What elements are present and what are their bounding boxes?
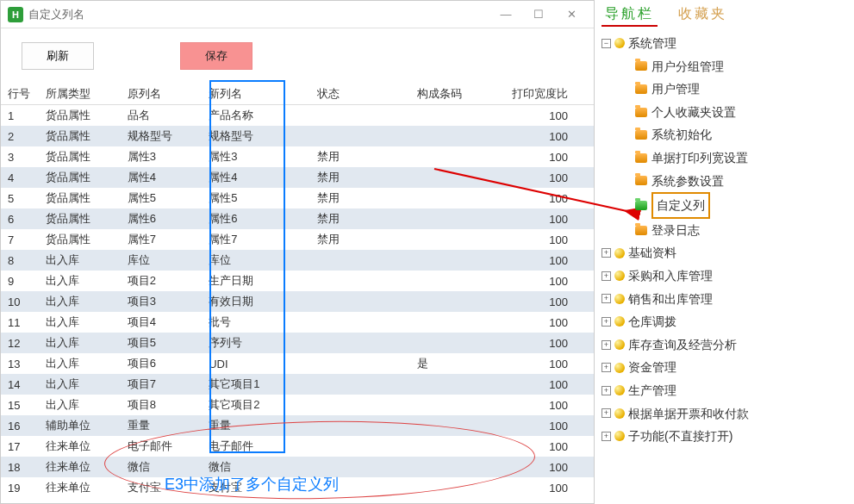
- cell-ratio[interactable]: 100: [501, 353, 594, 374]
- tree-node[interactable]: +根据单据开票和收付款: [602, 402, 847, 426]
- cell-orig[interactable]: 库位: [121, 250, 203, 271]
- cell-bc[interactable]: [410, 312, 501, 333]
- cell-ratio[interactable]: 100: [501, 291, 594, 312]
- cell-ratio[interactable]: 100: [501, 229, 594, 250]
- cell-status[interactable]: 禁用: [310, 208, 410, 229]
- col-header-orig[interactable]: 原列名: [121, 84, 203, 105]
- cell-ratio[interactable]: 100: [501, 395, 594, 415]
- cell-n[interactable]: 3: [1, 146, 39, 167]
- cell-type[interactable]: 出入库: [39, 333, 121, 353]
- cell-orig[interactable]: 项目3: [121, 291, 203, 312]
- columns-table[interactable]: 行号 所属类型 原列名 新列名 状态 构成条码 打印宽度比 1货品属性品名产品名…: [1, 84, 594, 498]
- cell-newn[interactable]: 批号: [202, 312, 310, 333]
- tree-node[interactable]: +销售和出库管理: [602, 288, 847, 311]
- table-row[interactable]: 1货品属性品名产品名称100: [1, 105, 594, 127]
- cell-ratio[interactable]: 100: [501, 188, 594, 208]
- expand-icon[interactable]: +: [602, 386, 611, 395]
- table-row[interactable]: 12出入库项目5序列号100: [1, 333, 594, 353]
- cell-ratio[interactable]: 100: [501, 167, 594, 188]
- cell-bc[interactable]: [410, 146, 501, 167]
- cell-status[interactable]: [310, 477, 410, 498]
- cell-bc[interactable]: [410, 271, 501, 291]
- cell-bc[interactable]: [410, 105, 501, 127]
- tree-node[interactable]: +生产管理: [602, 379, 847, 402]
- tree-node[interactable]: +仓库调拨: [602, 310, 847, 333]
- cell-status[interactable]: 禁用: [310, 146, 410, 167]
- cell-newn[interactable]: 有效日期: [202, 291, 310, 312]
- cell-newn[interactable]: 其它项目1: [202, 374, 310, 395]
- cell-status[interactable]: 禁用: [310, 167, 410, 188]
- cell-ratio[interactable]: 100: [501, 457, 594, 477]
- cell-n[interactable]: 9: [1, 271, 39, 291]
- cell-n[interactable]: 7: [1, 229, 39, 250]
- cell-ratio[interactable]: 100: [501, 312, 594, 333]
- cell-bc[interactable]: [410, 208, 501, 229]
- tree-label[interactable]: 登录日志: [651, 219, 700, 242]
- expand-icon[interactable]: +: [602, 363, 611, 372]
- cell-orig[interactable]: 项目2: [121, 271, 203, 291]
- cell-orig[interactable]: 属性6: [121, 208, 203, 229]
- maximize-button[interactable]: ☐: [523, 4, 554, 25]
- tree-label[interactable]: 系统管理: [628, 32, 676, 55]
- table-row[interactable]: 13出入库项目6UDI是100: [1, 353, 594, 374]
- cell-newn[interactable]: 支付宝: [202, 477, 310, 498]
- cell-status[interactable]: [310, 374, 410, 395]
- cell-orig[interactable]: 属性5: [121, 188, 203, 208]
- cell-n[interactable]: 17: [1, 436, 39, 457]
- cell-status[interactable]: [310, 415, 410, 436]
- cell-orig[interactable]: 品名: [121, 105, 203, 127]
- cell-bc[interactable]: [410, 126, 501, 146]
- tree-label[interactable]: 系统初始化: [651, 123, 712, 146]
- col-header-ratio[interactable]: 打印宽度比: [501, 84, 594, 105]
- cell-type[interactable]: 货品属性: [39, 167, 121, 188]
- cell-newn[interactable]: 属性5: [202, 188, 310, 208]
- tree-node[interactable]: 用户管理: [602, 78, 847, 101]
- cell-orig[interactable]: 项目6: [121, 353, 203, 374]
- cell-status[interactable]: [310, 395, 410, 415]
- cell-bc[interactable]: [410, 395, 501, 415]
- cell-bc[interactable]: [410, 250, 501, 271]
- table-row[interactable]: 2货品属性规格型号规格型号100: [1, 126, 594, 146]
- cell-ratio[interactable]: 100: [501, 436, 594, 457]
- cell-bc[interactable]: [410, 291, 501, 312]
- cell-orig[interactable]: 支付宝: [121, 477, 203, 498]
- cell-n[interactable]: 2: [1, 126, 39, 146]
- expand-icon[interactable]: +: [602, 432, 611, 441]
- cell-newn[interactable]: 电子邮件: [202, 436, 310, 457]
- expand-icon[interactable]: +: [602, 248, 611, 258]
- refresh-button[interactable]: 刷新: [22, 42, 94, 70]
- cell-n[interactable]: 5: [1, 188, 39, 208]
- cell-ratio[interactable]: 100: [501, 146, 594, 167]
- cell-type[interactable]: 出入库: [39, 312, 121, 333]
- tree-node[interactable]: +基础资料: [602, 241, 847, 264]
- cell-type[interactable]: 往来单位: [39, 436, 121, 457]
- tree-node[interactable]: +库存查询及经营分析: [602, 333, 847, 357]
- cell-type[interactable]: 货品属性: [39, 188, 121, 208]
- cell-type[interactable]: 货品属性: [39, 105, 121, 127]
- cell-type[interactable]: 出入库: [39, 250, 121, 271]
- cell-n[interactable]: 10: [1, 291, 39, 312]
- cell-n[interactable]: 15: [1, 395, 39, 415]
- expand-icon[interactable]: +: [602, 340, 611, 350]
- table-row[interactable]: 17往来单位电子邮件电子邮件100: [1, 436, 594, 457]
- tree-label[interactable]: 单据打印列宽设置: [651, 146, 748, 170]
- cell-newn[interactable]: 属性4: [202, 167, 310, 188]
- cell-status[interactable]: [310, 436, 410, 457]
- tree-node[interactable]: 自定义列: [602, 192, 847, 219]
- table-row[interactable]: 6货品属性属性6属性6禁用100: [1, 208, 594, 229]
- save-button[interactable]: 保存: [180, 42, 252, 70]
- cell-bc[interactable]: [410, 188, 501, 208]
- tree-label[interactable]: 系统参数设置: [651, 170, 724, 193]
- tree-node[interactable]: 用户分组管理: [602, 55, 847, 78]
- tree-label[interactable]: 仓库调拨: [628, 310, 676, 333]
- cell-bc[interactable]: [410, 436, 501, 457]
- cell-newn[interactable]: UDI: [202, 353, 310, 374]
- tree-node[interactable]: −系统管理: [602, 32, 847, 55]
- tree-label[interactable]: 用户管理: [651, 78, 700, 101]
- tree-label[interactable]: 用户分组管理: [651, 55, 724, 78]
- tree-node[interactable]: 个人收藏夹设置: [602, 101, 847, 124]
- table-row[interactable]: 11出入库项目4批号100: [1, 312, 594, 333]
- cell-orig[interactable]: 重量: [121, 415, 203, 436]
- cell-type[interactable]: 辅助单位: [39, 415, 121, 436]
- cell-newn[interactable]: 重量: [202, 415, 310, 436]
